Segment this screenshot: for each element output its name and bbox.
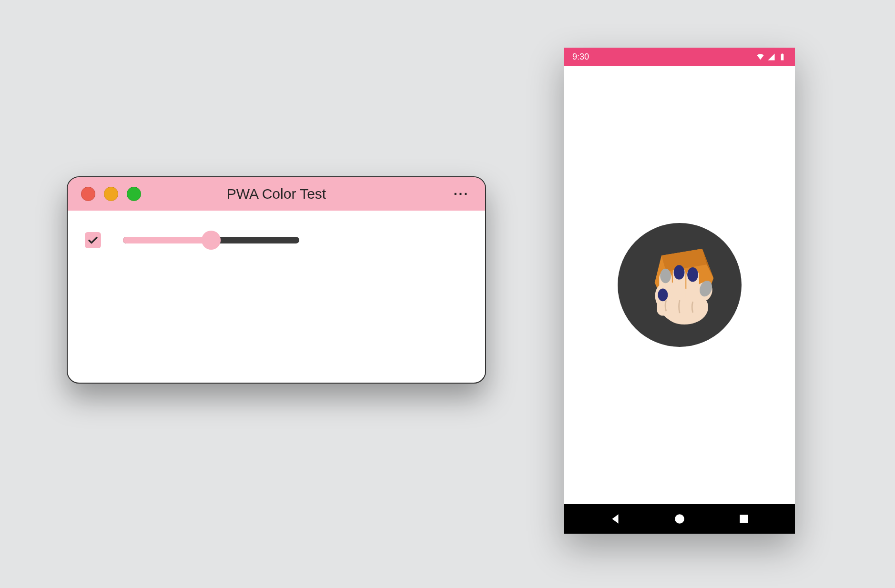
accent-slider[interactable] — [123, 231, 299, 250]
app-icon-disc — [618, 223, 742, 347]
phone-navbar — [564, 504, 795, 534]
svg-rect-10 — [740, 515, 748, 523]
nav-recents-icon[interactable] — [738, 513, 750, 525]
close-icon[interactable] — [81, 187, 95, 201]
check-icon — [87, 234, 99, 246]
nav-back-icon[interactable] — [609, 513, 621, 525]
svg-point-4 — [673, 265, 684, 279]
window-body — [68, 211, 485, 270]
svg-point-2 — [660, 269, 671, 283]
window-titlebar: PWA Color Test ··· — [68, 177, 485, 211]
svg-point-6 — [687, 267, 698, 282]
window-title: PWA Color Test — [227, 186, 326, 202]
desktop-pwa-window: PWA Color Test ··· — [67, 176, 486, 384]
slider-fill — [123, 237, 211, 243]
svg-point-9 — [675, 514, 684, 524]
cell-signal-icon — [767, 53, 775, 61]
android-phone-frame: 9:30 — [564, 48, 795, 534]
status-icons — [756, 53, 786, 61]
svg-point-8 — [658, 289, 668, 302]
zoom-icon[interactable] — [127, 187, 141, 201]
accent-checkbox[interactable] — [85, 232, 101, 248]
slider-thumb[interactable] — [202, 231, 221, 250]
app-crush-icon — [634, 240, 725, 330]
battery-icon — [778, 53, 786, 61]
status-time: 9:30 — [572, 52, 589, 62]
minimize-icon[interactable] — [104, 187, 118, 201]
traffic-lights — [81, 187, 141, 201]
nav-home-icon[interactable] — [673, 513, 686, 525]
wifi-icon — [756, 53, 764, 61]
window-menu-button[interactable]: ··· — [454, 186, 469, 202]
phone-splash-body — [564, 66, 795, 504]
phone-statusbar: 9:30 — [564, 48, 795, 66]
